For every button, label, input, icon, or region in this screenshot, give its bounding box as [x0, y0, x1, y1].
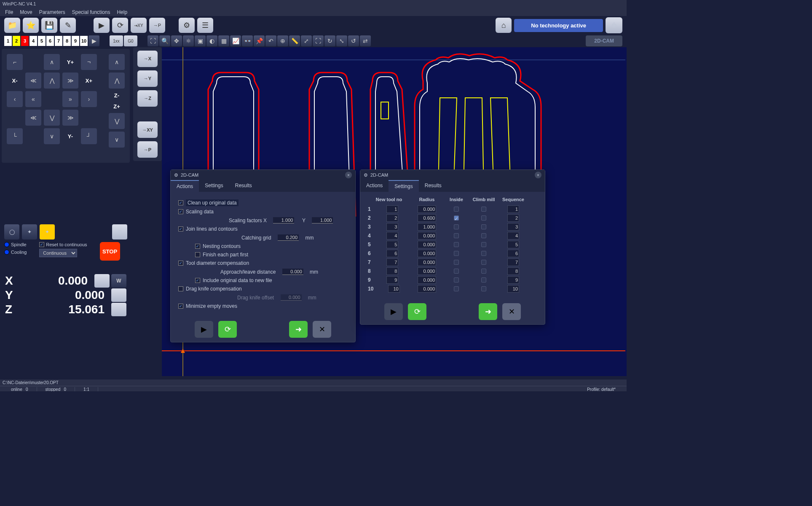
radius-input[interactable] — [418, 223, 436, 231]
stop-button[interactable]: STOP — [100, 242, 120, 261]
tab-results[interactable]: Results — [229, 180, 258, 192]
tab2-results[interactable]: Results — [419, 180, 448, 192]
radius-input[interactable] — [418, 205, 436, 213]
dlg2-apply[interactable]: ➜ — [479, 303, 497, 320]
tool-no-input[interactable] — [386, 223, 398, 231]
close-dlg2[interactable]: × — [535, 172, 541, 178]
graph-icon[interactable]: 📈 — [230, 35, 241, 46]
tool-10[interactable]: 10 — [80, 36, 88, 46]
climb-check[interactable] — [481, 269, 486, 274]
align-button[interactable]: ⊡ — [112, 224, 127, 240]
goto-p-button2[interactable]: →P — [137, 141, 158, 158]
inside-check[interactable] — [454, 251, 459, 256]
drag-check[interactable] — [178, 286, 183, 291]
save-button[interactable]: 💾 — [41, 18, 57, 33]
tool-no-input[interactable] — [386, 205, 398, 213]
edit-button[interactable]: ✎ — [60, 18, 76, 33]
jog-down-fast[interactable]: ⋁ — [44, 110, 60, 126]
undo-icon[interactable]: ↶ — [265, 35, 276, 46]
seq-input[interactable] — [507, 214, 519, 222]
radius-input[interactable] — [418, 258, 436, 266]
seq-input[interactable] — [507, 205, 519, 213]
minimize-check[interactable] — [178, 304, 183, 309]
probe-button[interactable]: ◯ — [4, 224, 19, 240]
goto-x-button[interactable]: →X — [137, 51, 158, 67]
seq-input[interactable] — [507, 250, 519, 257]
goto-y-button[interactable]: →Y — [137, 70, 158, 87]
menu-special[interactable]: Special functions — [70, 8, 113, 15]
spindle-label[interactable]: Spindle — [11, 242, 27, 247]
climb-check[interactable] — [481, 277, 486, 283]
jog-up2[interactable]: ≪ — [25, 73, 41, 89]
expand-icon[interactable]: ⤢ — [301, 35, 312, 46]
home-xy-button[interactable]: ⇥XY — [131, 18, 147, 33]
zero-z-button[interactable] — [111, 303, 126, 316]
seq-input[interactable] — [507, 258, 519, 266]
rotate90-icon[interactable]: ↻ — [324, 35, 335, 46]
climb-check[interactable] — [481, 251, 486, 256]
tool-1[interactable]: 1 — [4, 36, 12, 46]
tool-3[interactable]: 3 — [21, 36, 29, 46]
cleanup-check[interactable] — [178, 200, 183, 205]
tool-no-input[interactable] — [388, 285, 400, 293]
atom-icon[interactable]: ⚛ — [183, 35, 194, 46]
menu-move[interactable]: Move — [17, 8, 35, 15]
scaling-check[interactable] — [178, 209, 183, 214]
center-button[interactable]: ✦ — [40, 224, 55, 240]
next-tool-icon[interactable]: ▶ — [88, 35, 99, 46]
tab2-actions[interactable]: Actions — [360, 180, 389, 192]
zero-y-button[interactable] — [111, 288, 126, 302]
close-dlg1[interactable]: × — [345, 172, 352, 178]
inside-check[interactable] — [454, 260, 459, 265]
z-up[interactable]: ∧ — [109, 54, 125, 70]
include-check[interactable] — [195, 278, 200, 283]
tool-9[interactable]: 9 — [72, 36, 79, 46]
radius-input[interactable] — [418, 241, 436, 248]
jog-right2[interactable]: ≫ — [62, 73, 78, 89]
cooling-label[interactable]: Cooling — [11, 250, 27, 255]
mode-select[interactable]: Continuous — [39, 249, 77, 257]
play-button[interactable]: ▶ — [94, 18, 110, 33]
menu-file[interactable]: File — [3, 8, 16, 15]
nesting-check[interactable] — [195, 244, 200, 249]
jog-down[interactable]: ∨ — [44, 128, 60, 144]
zoom-icon[interactable]: 🔍 — [159, 35, 170, 46]
inside-check[interactable] — [454, 277, 459, 283]
tool-no-input[interactable] — [386, 276, 398, 284]
jog-up-fast[interactable]: ⋀ — [44, 73, 60, 89]
reset-checkbox[interactable] — [39, 242, 44, 247]
cam-mode-label[interactable]: 2D-CAM — [586, 35, 622, 46]
jog-up[interactable]: ∧ — [44, 54, 60, 70]
menu-parameters[interactable]: Parameters — [37, 8, 68, 15]
tool-no-input[interactable] — [386, 258, 398, 266]
tool-no-input[interactable] — [386, 241, 398, 248]
dlg1-apply[interactable]: ➜ — [289, 321, 308, 338]
seq-input[interactable] — [507, 285, 519, 293]
pan-icon[interactable]: ✥ — [171, 35, 182, 46]
tool-no-input[interactable] — [386, 232, 398, 240]
btn-g0[interactable]: G0 — [124, 35, 137, 46]
tool-6[interactable]: 6 — [46, 36, 54, 46]
dlg1-play[interactable]: ▶ — [195, 321, 213, 338]
drawing-canvas[interactable]: ⚙2D-CAM× Actions Settings Results Clean … — [162, 47, 627, 376]
jog-left-fast[interactable]: « — [25, 91, 41, 107]
dlg2-cancel[interactable]: ✕ — [502, 303, 521, 320]
jog-nw[interactable]: ⌐ — [7, 54, 23, 70]
dlg2-play[interactable]: ▶ — [384, 303, 403, 320]
inside-check[interactable] — [454, 269, 459, 274]
favorites-button[interactable]: ⭐ — [23, 18, 39, 33]
radius-input[interactable] — [418, 214, 436, 222]
radius-input[interactable] — [418, 267, 436, 275]
w-button[interactable]: W — [111, 274, 126, 288]
fit-view-icon[interactable]: ⛶ — [147, 35, 158, 46]
crosshair-button[interactable]: ✦ — [22, 224, 37, 240]
tool-4[interactable]: 4 — [29, 36, 37, 46]
reload-button[interactable]: ⟳ — [112, 18, 128, 33]
open-file-button[interactable]: 📁 — [4, 18, 20, 33]
jog-down2[interactable]: ≪ — [25, 110, 41, 126]
scaling-x-input[interactable] — [273, 217, 294, 223]
power-button[interactable]: ⏻ — [606, 17, 622, 33]
tooldiam-check[interactable] — [178, 261, 183, 266]
jog-right-fast[interactable]: » — [62, 91, 78, 107]
seq-input[interactable] — [507, 223, 519, 231]
